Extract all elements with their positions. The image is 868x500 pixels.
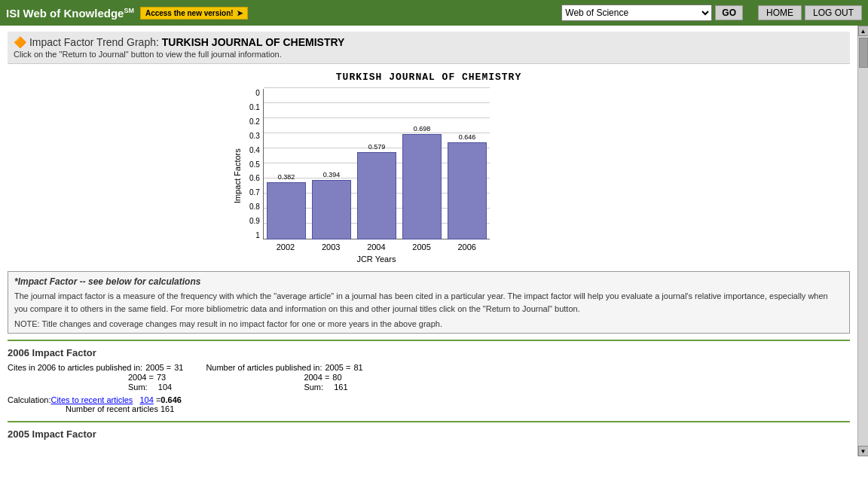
if-cites-label-row: Cites in 2006 to articles published in: …	[8, 363, 183, 372]
articles-label: Number of articles published in:	[206, 363, 322, 372]
calc-label: Calculation:	[8, 395, 50, 404]
main-wrap: 🔶 Impact Factor Trend Graph: TURKISH JOU…	[0, 26, 868, 456]
bar-group-2006: 0.646	[445, 133, 490, 239]
cites-2004-value: 73	[157, 373, 166, 382]
bar-value-label: 0.579	[368, 143, 386, 151]
bar-rect-2003	[312, 180, 351, 239]
x-axis-year-label: 2004	[353, 242, 399, 252]
cites-2004-label: 2004 =	[128, 373, 154, 382]
x-axis-year-label: 2006	[445, 242, 490, 252]
bar-rect-2006	[448, 142, 487, 239]
info-box-title: *Impact Factor -- see below for calculat…	[14, 276, 843, 287]
scroll-up-arrow[interactable]: ▲	[858, 26, 869, 36]
if-articles-2004-row: 2004 = 80	[304, 373, 362, 382]
x-axis-year-label: 2002	[263, 242, 308, 252]
chart-content: 1 0.9 0.8 0.7 0.6 0.5 0.4 0.3 0.2 0.1 0	[249, 89, 490, 264]
header-right-nav: HOME LOG OUT	[758, 5, 862, 20]
chart-body: 0.3820.3940.5790.6980.646 20022003200420…	[263, 89, 490, 264]
scrollbar[interactable]: ▲ ▼	[857, 26, 868, 456]
calc-result: 0.646	[160, 395, 182, 404]
go-button[interactable]: GO	[715, 5, 743, 20]
info-box: *Impact Factor -- see below for calculat…	[8, 271, 850, 334]
scroll-down-arrow[interactable]: ▼	[858, 446, 869, 456]
if-2006-data: Cites in 2006 to articles published in: …	[8, 363, 850, 392]
if-2005-section: 2005 Impact Factor	[8, 421, 850, 450]
arrow-icon: ➤	[237, 9, 243, 17]
articles-sum-value: 161	[334, 383, 347, 392]
bar-rect-2004	[357, 152, 396, 239]
articles-sum-label: Sum:	[304, 383, 323, 392]
cites-sum-value: 104	[158, 383, 172, 392]
x-axis-title: JCR Years	[263, 255, 490, 264]
calc-row: Calculation:Cites to recent articles 104…	[8, 395, 850, 404]
bar-value-label: 0.394	[323, 171, 341, 178]
grid-line	[264, 87, 490, 88]
logout-button[interactable]: LOG OUT	[805, 5, 862, 20]
header: ISI Web of KnowledgeSM Access the new ve…	[0, 0, 868, 26]
chart-grid: 0.3820.3940.5790.6980.646	[263, 89, 490, 239]
bars-area: 0.3820.3940.5790.6980.646	[264, 89, 490, 239]
articles-2004-label: 2004 =	[304, 373, 329, 382]
articles-2004-value: 80	[332, 373, 341, 382]
articles-2005-label: 2005 =	[325, 363, 350, 372]
y-axis-label: Impact Factors	[233, 89, 246, 264]
site-title: ISI Web of KnowledgeSM	[6, 7, 134, 20]
scroll-thumb[interactable]	[859, 38, 868, 68]
if-cites-sum-row: Sum: 104	[128, 383, 183, 392]
if-articles-label-row: Number of articles published in: 2005 = …	[206, 363, 362, 372]
chart-inner: TURKISH JOURNAL OF CHEMISTRY Impact Fact…	[233, 72, 625, 264]
chart-area: Impact Factors 1 0.9 0.8 0.7 0.6 0.5 0.4…	[233, 89, 625, 264]
nav-select-wrap: Web of Science GO	[561, 5, 743, 21]
if-2006-section: 2006 Impact Factor Cites in 2006 to arti…	[8, 340, 850, 419]
content-area: 🔶 Impact Factor Trend Graph: TURKISH JOU…	[0, 26, 857, 456]
x-axis-labels: 20022003200420052006	[263, 242, 490, 252]
bar-rect-2002	[267, 182, 306, 239]
journal-name: TURKISH JOURNAL OF CHEMISTRY	[162, 36, 345, 48]
bar-group-2003: 0.394	[309, 171, 354, 239]
bar-value-label: 0.698	[414, 125, 431, 133]
if-2005-title: 2005 Impact Factor	[8, 428, 850, 440]
articles-2005-value: 81	[353, 363, 362, 372]
bar-group-2002: 0.382	[264, 173, 309, 239]
bar-group-2005: 0.698	[399, 125, 445, 239]
sum-link[interactable]: 104	[139, 395, 153, 404]
page-title-section: 🔶 Impact Factor Trend Graph: TURKISH JOU…	[8, 32, 850, 64]
cites-2005-label: 2005 =	[145, 363, 171, 372]
access-new-version-button[interactable]: Access the new version! ➤	[140, 7, 248, 20]
bar-group-2004: 0.579	[354, 143, 399, 239]
title-superscript: SM	[124, 7, 134, 14]
y-axis-labels: 1 0.9 0.8 0.7 0.6 0.5 0.4 0.3 0.2 0.1 0	[249, 89, 260, 239]
if-2006-cites-col: Cites in 2006 to articles published in: …	[8, 363, 183, 392]
page-subtitle: Click on the "Return to Journal" button …	[14, 50, 844, 59]
if-articles-sum-row: Sum: 161	[304, 383, 362, 392]
x-axis-year-label: 2005	[399, 242, 445, 252]
bar-rect-2005	[402, 134, 442, 239]
bar-value-label: 0.646	[459, 133, 476, 141]
if-2006-title: 2006 Impact Factor	[8, 347, 850, 358]
page-title: 🔶 Impact Factor Trend Graph: TURKISH JOU…	[14, 36, 844, 48]
home-button[interactable]: HOME	[758, 5, 802, 20]
title-prefix: Impact Factor Trend Graph:	[29, 36, 162, 48]
cites-sum-label: Sum:	[128, 383, 148, 392]
product-select[interactable]: Web of Science	[561, 5, 712, 21]
if-2006-articles-col: Number of articles published in: 2005 = …	[206, 363, 362, 392]
calc-denom: Number of recent articles 161	[66, 404, 850, 413]
cites-2005-value: 31	[174, 363, 183, 372]
info-box-text: The journal impact factor is a measure o…	[14, 290, 843, 315]
x-axis-year-label: 2003	[308, 242, 353, 252]
chart-title: TURKISH JOURNAL OF CHEMISTRY	[233, 72, 625, 83]
chart-container: TURKISH JOURNAL OF CHEMISTRY Impact Fact…	[8, 72, 850, 264]
bar-value-label: 0.382	[278, 173, 295, 181]
cites-recent-link[interactable]: Cites to recent articles	[50, 395, 133, 404]
info-note: NOTE: Title changes and coverage changes…	[14, 319, 843, 328]
cites-label: Cites in 2006 to articles published in:	[8, 363, 142, 372]
if-cites-2004-row: 2004 = 73	[128, 373, 183, 382]
